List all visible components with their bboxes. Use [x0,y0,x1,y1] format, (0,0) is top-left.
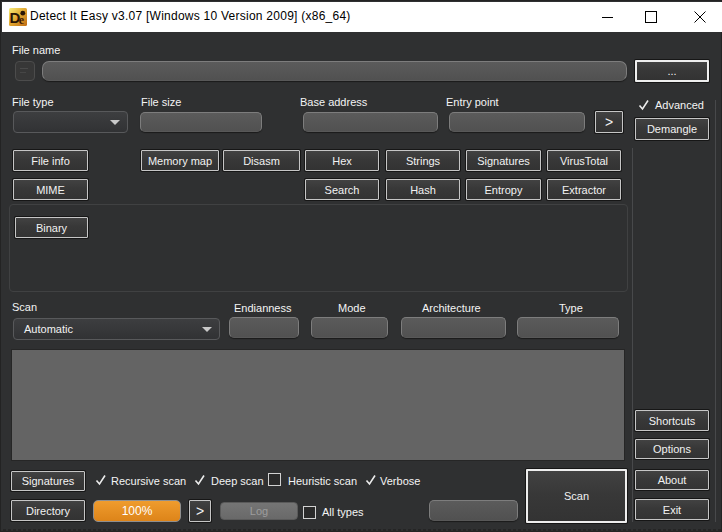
svg-text:e: e [19,13,25,26]
